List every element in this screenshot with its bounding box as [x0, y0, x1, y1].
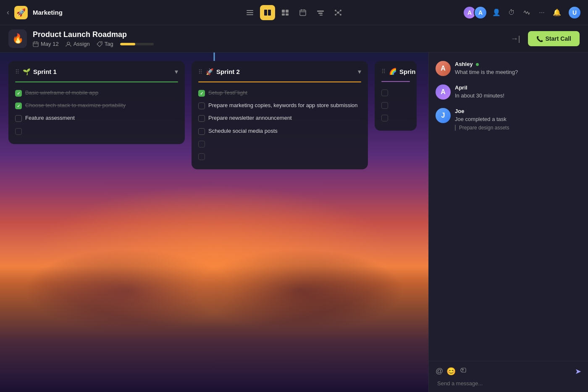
more-btn[interactable]: ···	[536, 7, 548, 18]
project-meta: May 12 Assign Tag	[33, 41, 507, 47]
send-message-btn[interactable]: ➤	[575, 367, 581, 376]
nav-right: A A 👤 ⏱ ··· 🔔 U	[463, 6, 581, 19]
task-item: Basic wireframe of mobile app	[15, 87, 178, 99]
chat-sidebar: A Ashley What time is the meeting? A Apr…	[428, 53, 588, 392]
attachment-btn[interactable]	[459, 366, 467, 376]
sprint3-title: 🌈 Sprin	[389, 68, 415, 75]
task-checkbox-empty[interactable]	[198, 141, 205, 147]
sprint1-menu-btn[interactable]: ▾	[175, 68, 178, 76]
task-checkbox-empty[interactable]	[15, 128, 22, 135]
task-checkbox[interactable]	[198, 90, 205, 97]
sprint2-card: ⠿ 🚀 Sprint 2 ▾ Setup TestFlight	[192, 61, 368, 169]
chat-content-ashley: Ashley What time is the meeting?	[455, 61, 518, 76]
task-item: Feature assessment	[15, 112, 178, 124]
avatar-user2[interactable]: A	[474, 6, 487, 19]
task-item	[15, 125, 178, 137]
sprint2-header: ⠿ 🚀 Sprint 2 ▾	[198, 68, 361, 76]
view-network-btn[interactable]	[331, 5, 346, 20]
svg-rect-2	[247, 14, 253, 15]
svg-rect-5	[282, 10, 285, 13]
user-avatar[interactable]: U	[568, 6, 581, 19]
chat-avatar-april: A	[436, 84, 451, 100]
task-text: Feature assessment	[25, 114, 75, 122]
task-checkbox-empty[interactable]	[381, 102, 388, 109]
assign-field[interactable]: Assign	[66, 41, 90, 47]
back-button[interactable]: ‹	[7, 8, 9, 17]
collapse-panel-btn[interactable]: →|	[507, 33, 524, 45]
timer-btn[interactable]: ⏱	[506, 7, 517, 18]
svg-rect-9	[300, 10, 306, 16]
svg-point-30	[100, 42, 101, 43]
task-checkbox[interactable]	[15, 90, 22, 97]
tag-field[interactable]: Tag	[97, 41, 113, 47]
chat-task-reference: Prepare design assets	[455, 125, 509, 131]
svg-rect-0	[247, 10, 253, 11]
avatar-group: A A	[463, 6, 487, 19]
online-indicator	[476, 63, 479, 66]
sprint1-header: ⠿ 🌱 Sprint 1 ▾	[15, 68, 178, 76]
start-call-button[interactable]: Start Call	[528, 31, 580, 46]
drag-handle-sprint2[interactable]: ⠿	[198, 68, 202, 75]
progress-fill	[120, 43, 135, 45]
view-timeline-btn[interactable]	[313, 5, 328, 20]
sprint3-card: ⠿ 🌈 Sprin	[375, 61, 417, 131]
chat-message: A Ashley What time is the meeting?	[436, 61, 581, 76]
task-item: Schedule social media posts	[198, 125, 361, 137]
drag-handle-sprint1[interactable]: ⠿	[15, 68, 19, 75]
top-nav: ‹ 🚀 Marketing	[0, 0, 588, 25]
emoji-btn[interactable]: 😊	[446, 366, 456, 376]
activity-btn[interactable]	[521, 7, 533, 18]
workspace-name: Marketing	[33, 9, 63, 16]
sprint2-underline	[198, 82, 361, 82]
progress-bar	[120, 43, 154, 45]
chat-messages: A Ashley What time is the meeting? A Apr…	[429, 53, 588, 361]
drag-handle-sprint3[interactable]: ⠿	[381, 68, 386, 75]
svg-line-21	[336, 11, 338, 13]
task-item	[381, 99, 410, 111]
task-checkbox[interactable]	[198, 103, 205, 109]
task-checkbox-empty[interactable]	[198, 153, 205, 160]
sprint3-header: ⠿ 🌈 Sprin	[381, 68, 410, 75]
view-table-btn[interactable]	[278, 5, 293, 20]
task-item	[198, 137, 361, 150]
task-checkbox[interactable]	[15, 115, 22, 122]
date-field[interactable]: May 12	[33, 41, 59, 47]
app-icon: 🚀	[14, 6, 28, 19]
task-checkbox[interactable]	[15, 103, 22, 109]
svg-rect-7	[282, 13, 285, 16]
view-calendar-btn[interactable]	[295, 5, 310, 20]
chat-message-text: What time is the meeting?	[455, 68, 518, 76]
task-checkbox-empty[interactable]	[381, 115, 388, 121]
svg-line-22	[338, 11, 341, 13]
mention-btn[interactable]: @	[436, 366, 443, 376]
view-board-btn[interactable]	[260, 5, 275, 20]
task-text: Prepare marketing copies, keywords for a…	[208, 102, 358, 109]
svg-rect-4	[268, 10, 271, 16]
task-checkbox[interactable]	[198, 128, 205, 135]
svg-rect-25	[33, 42, 38, 47]
svg-rect-13	[317, 11, 324, 12]
task-text: Schedule social media posts	[208, 127, 278, 135]
sprint1-column: ⠿ 🌱 Sprint 1 ▾ Basic wireframe of mobile…	[8, 61, 185, 144]
notifications-btn[interactable]: 🔔	[551, 7, 563, 18]
task-checkbox[interactable]	[198, 115, 205, 122]
task-item: Prepare newsletter announcement	[198, 112, 361, 124]
sprint1-underline	[15, 82, 178, 82]
sprint2-title: 🚀 Sprint 2	[206, 68, 358, 76]
message-input[interactable]	[436, 380, 581, 387]
chat-sender-name: Joe	[455, 108, 509, 114]
task-item	[381, 111, 410, 124]
chat-sender-name: Ashley	[455, 61, 518, 67]
view-list-btn[interactable]	[242, 5, 257, 20]
project-icon: 🔥	[8, 29, 27, 48]
chat-input-area: @ 😊 ➤	[429, 361, 588, 392]
sprint2-menu-btn[interactable]: ▾	[358, 68, 361, 76]
add-member-btn[interactable]: 👤	[491, 7, 502, 18]
chat-message-text: Joe completed a task	[455, 116, 509, 123]
task-item	[381, 86, 410, 99]
chat-input-icons: @ 😊	[436, 366, 467, 376]
svg-line-24	[338, 13, 341, 15]
nav-left: ‹ 🚀 Marketing	[7, 6, 63, 19]
task-checkbox-empty[interactable]	[381, 89, 388, 96]
header-bar: 🔥 Product Launch Roadmap May 12 Assign	[0, 25, 588, 53]
